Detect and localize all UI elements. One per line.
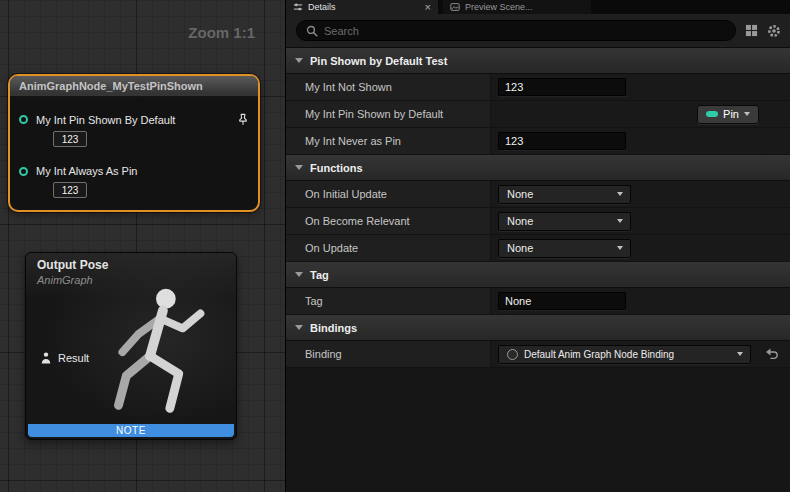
- category-bindings[interactable]: Bindings: [286, 315, 790, 341]
- on-become-relevant-dropdown[interactable]: None: [498, 212, 631, 231]
- person-icon: [41, 352, 51, 364]
- property-name: My Int Never as Pin: [286, 128, 491, 154]
- pin-row: My Int Pin Shown By Default: [10, 113, 258, 126]
- property-row-my-int-never-as-pin: My Int Never as Pin: [286, 128, 790, 155]
- pin-value-box[interactable]: 123: [53, 182, 87, 198]
- dropdown-value: None: [507, 242, 533, 254]
- search-input[interactable]: [324, 25, 726, 37]
- note-bar[interactable]: NOTE: [28, 424, 234, 437]
- property-value: None: [491, 208, 790, 234]
- chevron-down-icon: [295, 325, 303, 330]
- search-icon: [306, 25, 318, 37]
- node-title: Output Pose: [37, 258, 108, 272]
- details-tab-icon: [293, 2, 303, 12]
- result-pin[interactable]: Result: [41, 352, 89, 364]
- my-int-not-shown-input[interactable]: [498, 78, 626, 96]
- animgraph-canvas[interactable]: Zoom 1:1 AnimGraphNode_MyTestPinShown My…: [0, 0, 285, 492]
- property-value: Default Anim Graph Node Binding: [491, 341, 790, 367]
- tab-bar: Details × Preview Scene...: [286, 0, 790, 14]
- property-name: Binding: [286, 341, 491, 367]
- int-pin-icon[interactable]: [19, 167, 28, 176]
- close-icon[interactable]: ×: [425, 2, 431, 13]
- zoom-level-label: Zoom 1:1: [188, 24, 255, 41]
- tab-details[interactable]: Details ×: [286, 0, 438, 14]
- category-title: Pin Shown by Default Test: [310, 55, 447, 67]
- pin-label: My Int Pin Shown By Default: [36, 114, 175, 126]
- search-box[interactable]: [296, 20, 736, 41]
- pin-value-box[interactable]: 123: [53, 131, 87, 147]
- property-value: [491, 128, 790, 154]
- tag-input[interactable]: [498, 292, 626, 310]
- tab-label: Preview Scene...: [465, 2, 533, 12]
- chevron-down-icon: [295, 58, 303, 63]
- property-name: On Initial Update: [286, 181, 491, 207]
- chevron-down-icon: [617, 219, 623, 223]
- dropdown-value: None: [507, 215, 533, 227]
- on-update-dropdown[interactable]: None: [498, 239, 631, 258]
- details-panel: Details × Preview Scene...: [285, 0, 790, 492]
- node-animgraphnode-mytestpinshown[interactable]: AnimGraphNode_MyTestPinShown My Int Pin …: [8, 74, 260, 212]
- property-label: My Int Pin Shown by Default: [305, 108, 443, 120]
- category-title: Bindings: [310, 322, 357, 334]
- property-row-binding: Binding Default Anim Graph Node Binding: [286, 341, 790, 368]
- category-functions[interactable]: Functions: [286, 155, 790, 181]
- dropdown-value: None: [507, 188, 533, 200]
- pin-row: My Int Always As Pin: [10, 165, 258, 177]
- property-name: My Int Pin Shown by Default: [286, 101, 491, 127]
- node-title: AnimGraphNode_MyTestPinShown: [19, 80, 203, 92]
- property-label: My Int Not Shown: [305, 81, 392, 93]
- property-name: Tag: [286, 288, 491, 314]
- chevron-down-icon: [295, 165, 303, 170]
- node-header[interactable]: AnimGraphNode_MyTestPinShown: [10, 76, 258, 97]
- property-label: My Int Never as Pin: [305, 135, 401, 147]
- reset-to-default-icon[interactable]: [765, 348, 779, 360]
- property-row-my-int-pin-shown-by-default: My Int Pin Shown by Default Pin: [286, 101, 790, 128]
- dropdown-value: Default Anim Graph Node Binding: [524, 349, 674, 360]
- mannequin-figure: [80, 277, 230, 435]
- chevron-down-icon: [737, 352, 743, 356]
- node-output-pose[interactable]: Output Pose AnimGraph Result NOTE: [25, 252, 237, 440]
- details-empty-area: [286, 368, 790, 492]
- category-tag[interactable]: Tag: [286, 262, 790, 288]
- pin-label: My Int Always As Pin: [36, 165, 137, 177]
- property-value: [491, 74, 790, 100]
- property-row-my-int-not-shown: My Int Not Shown: [286, 74, 790, 101]
- property-row-on-become-relevant: On Become Relevant None: [286, 208, 790, 235]
- category-title: Functions: [310, 162, 363, 174]
- chevron-down-icon: [617, 246, 623, 250]
- tab-preview-scene[interactable]: Preview Scene...: [443, 0, 591, 14]
- category-title: Tag: [310, 269, 329, 281]
- pin-button-label: Pin: [723, 108, 739, 120]
- int-pin-icon[interactable]: [19, 115, 28, 124]
- property-name: On Update: [286, 235, 491, 261]
- on-initial-update-dropdown[interactable]: None: [498, 185, 631, 204]
- property-label: On Become Relevant: [305, 215, 410, 227]
- my-int-never-as-pin-input[interactable]: [498, 132, 626, 150]
- property-name: On Become Relevant: [286, 208, 491, 234]
- property-label: On Initial Update: [305, 188, 387, 200]
- preview-scene-tab-icon: [450, 2, 460, 12]
- pin-dropdown-button[interactable]: Pin: [697, 105, 759, 124]
- property-value: [491, 288, 790, 314]
- pin-icon: [706, 111, 718, 117]
- result-pin-label: Result: [58, 352, 89, 364]
- category-pin-shown-by-default-test[interactable]: Pin Shown by Default Test: [286, 48, 790, 74]
- tab-label: Details: [308, 2, 336, 12]
- property-name: My Int Not Shown: [286, 74, 491, 100]
- gear-icon[interactable]: [767, 24, 781, 38]
- property-label: On Update: [305, 242, 358, 254]
- property-row-tag: Tag: [286, 288, 790, 315]
- binding-class-icon: [507, 349, 518, 360]
- chevron-down-icon: [295, 272, 303, 277]
- chevron-down-icon: [744, 112, 750, 116]
- chevron-down-icon: [617, 192, 623, 196]
- property-label: Binding: [305, 348, 342, 360]
- property-row-on-initial-update: On Initial Update None: [286, 181, 790, 208]
- search-row: [286, 14, 790, 48]
- binding-dropdown[interactable]: Default Anim Graph Node Binding: [498, 345, 751, 364]
- pin-thumbtack-icon[interactable]: [237, 113, 249, 126]
- property-value: Pin: [491, 101, 790, 127]
- property-row-on-update: On Update None: [286, 235, 790, 262]
- node-subtitle: AnimGraph: [37, 274, 93, 286]
- property-matrix-icon[interactable]: [745, 24, 758, 37]
